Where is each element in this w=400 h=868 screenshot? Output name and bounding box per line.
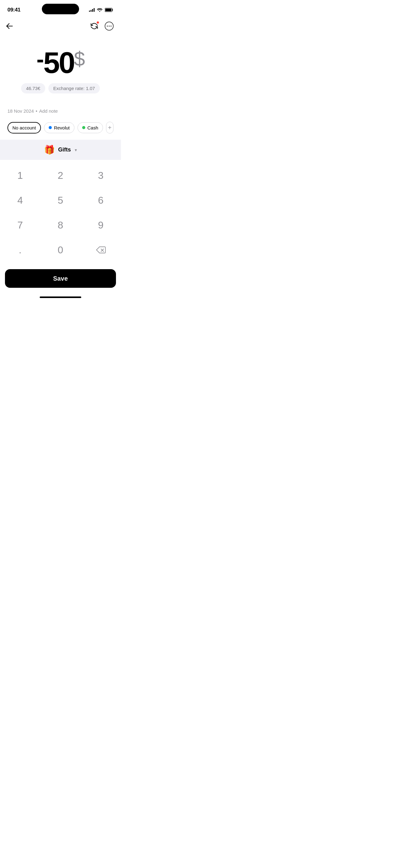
key-5[interactable]: 5 [40, 188, 80, 213]
exchange-rate: Exchange rate: 1.07 [48, 83, 100, 93]
add-account-icon: + [108, 124, 112, 131]
date-note-row: 18 Nov 2024 • Add note [7, 108, 113, 114]
back-button[interactable] [6, 19, 20, 33]
key-7[interactable]: 7 [0, 213, 40, 238]
backspace-icon [96, 246, 106, 254]
signal-icon [89, 8, 95, 12]
svg-point-5 [109, 26, 110, 27]
key-2[interactable]: 2 [40, 163, 80, 188]
more-button[interactable] [104, 21, 115, 32]
amount-display: - 50 $ [37, 48, 84, 78]
key-4[interactable]: 4 [0, 188, 40, 213]
add-note-button[interactable]: Add note [39, 108, 58, 114]
key-backspace[interactable] [80, 238, 121, 262]
chip-cash[interactable]: Cash [77, 122, 103, 133]
home-indicator [0, 294, 121, 303]
home-bar [40, 297, 81, 298]
category-row[interactable]: 🎁 Gifts ▾ [0, 140, 121, 160]
svg-point-4 [107, 26, 108, 27]
add-account-button[interactable]: + [106, 122, 113, 133]
key-6[interactable]: 6 [80, 188, 121, 213]
chip-no-account-label: No account [12, 125, 36, 130]
save-button-container: Save [0, 266, 121, 294]
status-bar: 09:41 [0, 0, 121, 16]
category-emoji: 🎁 [44, 145, 55, 155]
refresh-button[interactable] [89, 21, 100, 32]
dynamic-island [42, 4, 79, 14]
nav-bar [0, 17, 121, 35]
amount-value: 50 [43, 48, 74, 78]
numpad: 1 2 3 4 5 6 7 8 9 . 0 [0, 160, 121, 266]
chip-revolut[interactable]: Revolut [44, 122, 74, 133]
save-button[interactable]: Save [5, 269, 116, 288]
date-note-section: 18 Nov 2024 • Add note [0, 100, 121, 122]
chip-cash-label: Cash [88, 125, 98, 130]
refresh-notification-dot [96, 21, 99, 24]
amount-section: - 50 $ 46.73€ Exchange rate: 1.07 [0, 35, 121, 100]
key-0[interactable]: 0 [40, 238, 80, 262]
status-right-icons [89, 8, 113, 12]
key-1[interactable]: 1 [0, 163, 40, 188]
chip-no-account[interactable]: No account [7, 122, 41, 133]
nav-right-actions [89, 21, 115, 32]
converted-value: 46.73€ [21, 83, 45, 93]
wifi-icon [97, 8, 102, 12]
svg-rect-1 [105, 9, 112, 11]
dot-separator: • [36, 108, 37, 114]
account-chips: No account Revolut Cash + [0, 122, 121, 140]
battery-icon [105, 8, 113, 12]
svg-point-6 [111, 26, 112, 27]
status-time: 09:41 [7, 7, 21, 13]
key-8[interactable]: 8 [40, 213, 80, 238]
chip-revolut-label: Revolut [54, 125, 70, 130]
conversion-row: 46.73€ Exchange rate: 1.07 [21, 83, 100, 93]
category-chevron-icon: ▾ [75, 148, 77, 152]
amount-sign: - [37, 48, 43, 70]
key-dot[interactable]: . [0, 238, 40, 262]
key-3[interactable]: 3 [80, 163, 121, 188]
amount-currency: $ [74, 49, 85, 69]
category-label: Gifts [58, 147, 71, 153]
transaction-date: 18 Nov 2024 [7, 108, 34, 114]
cash-dot [82, 126, 85, 129]
key-9[interactable]: 9 [80, 213, 121, 238]
revolut-dot [49, 126, 52, 129]
